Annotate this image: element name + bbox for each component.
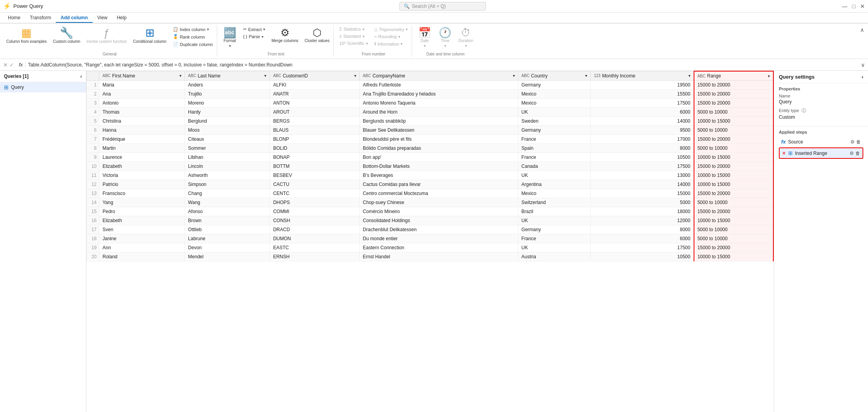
table-row[interactable]: 13FransciscoChangCENTCCentro commercial … bbox=[87, 189, 774, 198]
country-filter-icon[interactable]: ▾ bbox=[585, 74, 587, 78]
table-row[interactable]: 5ChristinaBerglundBERGSBerglunds snabbkö… bbox=[87, 117, 774, 126]
tab-add-column[interactable]: Add column bbox=[56, 13, 92, 23]
cell-last-name: Wang bbox=[185, 198, 270, 207]
column-from-examples-button[interactable]: ▦ Column from examples bbox=[4, 26, 49, 46]
formula-expand-icon[interactable]: ∨ bbox=[861, 62, 865, 68]
table-row[interactable]: 16ElizabethBrownCONSHConsolidated Holdin… bbox=[87, 216, 774, 225]
extract-dropdown-icon[interactable]: ▾ bbox=[263, 27, 265, 31]
ribbon-collapse-icon[interactable]: ∧ bbox=[860, 27, 864, 33]
table-row[interactable]: 4ThomasHardyAROUTAround the HornUK600050… bbox=[87, 108, 774, 117]
step-inserted-range[interactable]: ✕ ⊞ Inserted Range ⚙ 🗑 bbox=[779, 147, 863, 159]
table-row[interactable]: 2AnaTrujilloANATRAna Trujillo Emaredados… bbox=[87, 90, 774, 99]
row-number: 12 bbox=[87, 180, 99, 189]
query-item[interactable]: ⊞ Query bbox=[0, 82, 86, 92]
cell-range: 5000 to 10000 bbox=[694, 198, 773, 207]
formula-bar: ✕ ✓ fx Table.AddColumn(Source, "Range", … bbox=[0, 59, 868, 71]
tab-home[interactable]: Home bbox=[3, 13, 25, 23]
parse-button[interactable]: { } Parse ▾ bbox=[241, 33, 267, 40]
tab-view[interactable]: View bbox=[93, 13, 112, 23]
maximize-icon[interactable]: □ bbox=[852, 3, 855, 9]
query-item-label: Query bbox=[11, 85, 24, 90]
tab-help[interactable]: Help bbox=[112, 13, 131, 23]
table-row[interactable]: 12PatricioSimpsonCACTUCactus Comidas par… bbox=[87, 180, 774, 189]
properties-section: Properties Name Query Entity type ⓘ Cust… bbox=[774, 83, 868, 127]
cell-customer-id: CACTU bbox=[270, 180, 359, 189]
rank-column-button[interactable]: 🏅 Rank column bbox=[170, 33, 215, 40]
table-row[interactable]: 20RolandMendelERNSHErnst HandelAustria10… bbox=[87, 252, 774, 261]
formula-content[interactable]: Table.AddColumn(Source, "Range", each le… bbox=[28, 62, 859, 68]
step-source[interactable]: fx Source ⚙ 🗑 bbox=[779, 137, 863, 147]
statistics-button[interactable]: Σ Statistics ▾ bbox=[337, 26, 370, 32]
format-button[interactable]: 🔤 Format ▾ bbox=[220, 26, 239, 50]
cell-first-name: Ana bbox=[99, 90, 185, 99]
table-row[interactable]: 18JanineLabruneDUMONDu monde entierFranc… bbox=[87, 234, 774, 243]
table-row[interactable]: 19AnnDevonEASTCEastern ConnectionUK17500… bbox=[87, 243, 774, 252]
invoke-custom-function-button[interactable]: ƒ Invoke custom function bbox=[84, 26, 129, 46]
row-number: 16 bbox=[87, 216, 99, 225]
conditional-column-button[interactable]: ⊞ Conditional column bbox=[131, 26, 169, 46]
company-name-filter-icon[interactable]: ▾ bbox=[513, 74, 515, 78]
cell-last-name: Moos bbox=[185, 126, 270, 135]
formula-cancel-icon[interactable]: ✕ bbox=[3, 62, 8, 68]
table-row[interactable]: 17SvenOttliebDRACDDrachenblut Delikatess… bbox=[87, 225, 774, 234]
settings-expand-icon[interactable]: › bbox=[862, 74, 863, 80]
trigonometry-button[interactable]: △ Trigonometry ▾ bbox=[372, 26, 410, 33]
custom-column-button[interactable]: 🔧 Custom column bbox=[51, 26, 82, 46]
duplicate-column-button[interactable]: 📄 Duplicate column bbox=[170, 41, 215, 48]
standard-button[interactable]: ± Standard ▾ bbox=[337, 33, 370, 39]
table-row[interactable]: 9LaurenceLibihanBONAPBon app'France10500… bbox=[87, 153, 774, 162]
search-bar[interactable]: 🔍 Search (Alt + Q) bbox=[399, 2, 486, 11]
cell-monthly-income: 12000 bbox=[591, 216, 694, 225]
formula-confirm-icon[interactable]: ✓ bbox=[9, 62, 14, 68]
customer-id-filter-icon[interactable]: ▾ bbox=[354, 74, 356, 78]
table-row[interactable]: 1MariaAndersALFKIAlfreds FutterkisteGerm… bbox=[87, 81, 774, 90]
step-source-delete-icon[interactable]: 🗑 bbox=[856, 139, 861, 145]
extract-button[interactable]: ✂ Extract ▾ bbox=[241, 26, 267, 33]
table-row[interactable]: 7FrédériqueCiteauxBLONPBlondesddsl père … bbox=[87, 135, 774, 144]
table-row[interactable]: 14YangWangDHOPSChop-suey ChineseSwitzerl… bbox=[87, 198, 774, 207]
format-dropdown-icon[interactable]: ▾ bbox=[229, 44, 231, 48]
standard-icon: ± bbox=[339, 34, 342, 39]
scientific-button[interactable]: 10² Scientific ▾ bbox=[337, 40, 370, 46]
parse-dropdown-icon[interactable]: ▾ bbox=[262, 35, 264, 39]
range-filter-icon[interactable]: ▾ bbox=[768, 74, 770, 78]
cell-last-name: Mendel bbox=[185, 252, 270, 261]
step-range-delete-icon[interactable]: 🗑 bbox=[855, 151, 860, 156]
date-button[interactable]: 📅 Date ▾ bbox=[415, 26, 434, 50]
entity-type-info-icon[interactable]: ⓘ bbox=[802, 108, 806, 113]
queries-collapse-icon[interactable]: ‹ bbox=[80, 73, 82, 79]
monthly-income-filter-icon[interactable]: ▾ bbox=[689, 74, 690, 78]
cell-company-name: B's Beverages bbox=[359, 171, 518, 180]
cell-customer-id: ERNSH bbox=[270, 252, 359, 261]
table-row[interactable]: 10ElizabethLincolnBOTTMBottom-Dollar Mar… bbox=[87, 162, 774, 171]
close-icon[interactable]: ✕ bbox=[860, 3, 865, 9]
step-range-settings-icon[interactable]: ⚙ bbox=[850, 151, 854, 156]
information-button[interactable]: ℹ Information ▾ bbox=[372, 40, 410, 47]
name-value: Query bbox=[779, 99, 863, 105]
table-row[interactable]: 3AntonioMorenoANTONAntonio Moreno Taquer… bbox=[87, 99, 774, 108]
merge-columns-button[interactable]: ⚙ Merge columns bbox=[269, 26, 300, 44]
last-name-filter-icon[interactable]: ▾ bbox=[264, 74, 266, 78]
index-dropdown-icon[interactable]: ▾ bbox=[207, 27, 209, 31]
step-source-settings-icon[interactable]: ⚙ bbox=[850, 139, 855, 145]
table-row[interactable]: 15PedroAfonsoCOMMIComércio MineiroBrazil… bbox=[87, 207, 774, 216]
duration-button[interactable]: ⏱ Duration ▾ bbox=[456, 26, 476, 50]
title-bar-controls[interactable]: — □ ✕ bbox=[842, 3, 865, 9]
cell-monthly-income: 17500 bbox=[591, 99, 694, 108]
tab-transform[interactable]: Transform bbox=[25, 13, 56, 23]
row-number: 13 bbox=[87, 189, 99, 198]
time-button[interactable]: 🕐 Time ▾ bbox=[436, 26, 454, 50]
table-row[interactable]: 6HannaMoosBLAUSBlauer See DelikatessenGe… bbox=[87, 126, 774, 135]
rounding-button[interactable]: ≈ Rounding ▾ bbox=[372, 33, 410, 40]
table-row[interactable]: 11VictoriaAshworthBESBEVB's BeveragesUK1… bbox=[87, 171, 774, 180]
cell-last-name: Ashworth bbox=[185, 171, 270, 180]
cluster-values-button[interactable]: ⬡ Cluster values bbox=[302, 26, 332, 44]
index-column-button[interactable]: 📋 Index column ▾ bbox=[170, 26, 215, 33]
cell-first-name: Ann bbox=[99, 243, 185, 252]
data-table: ABC First Name ▾ ABC Last Name ▾ bbox=[86, 71, 774, 261]
table-row[interactable]: 8MartinSommerBOLIDBólido Comidas prepara… bbox=[87, 144, 774, 153]
minimize-icon[interactable]: — bbox=[842, 3, 848, 9]
cell-customer-id: DHOPS bbox=[270, 198, 359, 207]
row-number: 10 bbox=[87, 162, 99, 171]
first-name-filter-icon[interactable]: ▾ bbox=[179, 74, 181, 78]
